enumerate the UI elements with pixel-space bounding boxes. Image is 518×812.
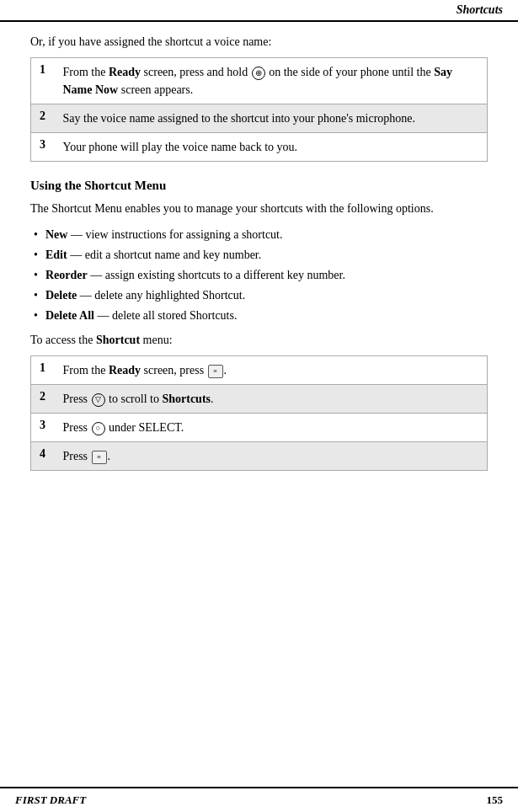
step-number: 2 <box>31 104 55 133</box>
page-footer: FIRST DRAFT 155 <box>0 787 518 812</box>
bold-shortcuts2: Shortcuts <box>162 393 211 405</box>
footer-page-number: 155 <box>487 793 504 807</box>
table-row: 3 Your phone will play the voice name ba… <box>31 133 488 162</box>
step-number: 2 <box>31 385 55 414</box>
list-item: Edit — edit a shortcut name and key numb… <box>30 245 488 265</box>
main-content: Or, if you have assigned the shortcut a … <box>0 22 518 499</box>
bullet-keyword: Delete <box>45 289 77 302</box>
step-number: 3 <box>31 133 55 162</box>
step-number: 1 <box>31 356 55 385</box>
bold-ready2: Ready <box>109 364 141 377</box>
bullet-keyword: Reorder <box>45 269 88 281</box>
list-item: Delete All — delete all stored Shortcuts… <box>30 306 488 326</box>
page-title: Shortcuts <box>457 3 503 17</box>
bullet-keyword: Edit <box>45 248 67 261</box>
intro-text: Or, if you have assigned the shortcut a … <box>30 35 488 49</box>
bullet-rest: — delete all stored Shortcuts. <box>94 309 238 322</box>
bullet-rest: — assign existing shortcuts to a differe… <box>88 269 345 281</box>
soft-key-icon: ○ <box>92 422 105 435</box>
menu-icon: ≡ <box>208 365 223 378</box>
footer-draft-label: FIRST DRAFT <box>15 793 86 807</box>
bullet-list: New — view instructions for assigning a … <box>30 225 488 325</box>
step-number: 4 <box>31 442 55 471</box>
step-content: From the Ready screen, press ≡. <box>55 356 488 385</box>
table-row: 3 Press ○ under SELECT. <box>31 414 488 442</box>
access-text: To access the Shortcut menu: <box>30 334 488 347</box>
nav-icon: ▽ <box>92 393 105 407</box>
list-item: New — view instructions for assigning a … <box>30 225 488 245</box>
page-header: Shortcuts <box>0 0 518 22</box>
step-number: 3 <box>31 414 55 442</box>
step-content: Your phone will play the voice name back… <box>55 133 488 162</box>
bullet-keyword: New <box>45 228 67 241</box>
bullet-keyword: Delete All <box>45 309 94 322</box>
table-row: 4 Press ≡. <box>31 442 488 471</box>
section-body: The Shortcut Menu enables you to manage … <box>30 200 488 218</box>
menu-steps-table: 1 From the Ready screen, press ≡. 2 Pres… <box>30 355 488 471</box>
step-content: Press ○ under SELECT. <box>55 414 488 442</box>
menu-icon2: ≡ <box>92 451 107 464</box>
step-content: Say the voice name assigned to the short… <box>55 104 488 133</box>
table-row: 1 From the Ready screen, press ≡. <box>31 356 488 385</box>
step-number: 1 <box>31 58 55 104</box>
step-content: Press ≡. <box>55 442 488 471</box>
list-item: Delete — delete any highlighted Shortcut… <box>30 286 488 306</box>
bullet-rest: — edit a shortcut name and key number. <box>67 248 262 261</box>
step-content: From the Ready screen, press and hold ⊕ … <box>55 58 488 104</box>
table-row: 2 Say the voice name assigned to the sho… <box>31 104 488 133</box>
bold-shortcut: Shortcut <box>96 334 140 346</box>
bold-ready: Ready <box>109 66 141 78</box>
voice-steps-table: 1 From the Ready screen, press and hold … <box>30 57 488 162</box>
section-heading: Using the Shortcut Menu <box>30 179 488 193</box>
bullet-rest: — view instructions for assigning a shor… <box>67 228 282 241</box>
table-row: 1 From the Ready screen, press and hold … <box>31 58 488 104</box>
side-button-icon: ⊕ <box>252 67 265 80</box>
list-item: Reorder — assign existing shortcuts to a… <box>30 265 488 286</box>
table-row: 2 Press ▽ to scroll to Shortcuts. <box>31 385 488 414</box>
step-content: Press ▽ to scroll to Shortcuts. <box>55 385 488 414</box>
bullet-rest: — delete any highlighted Shortcut. <box>77 289 245 302</box>
